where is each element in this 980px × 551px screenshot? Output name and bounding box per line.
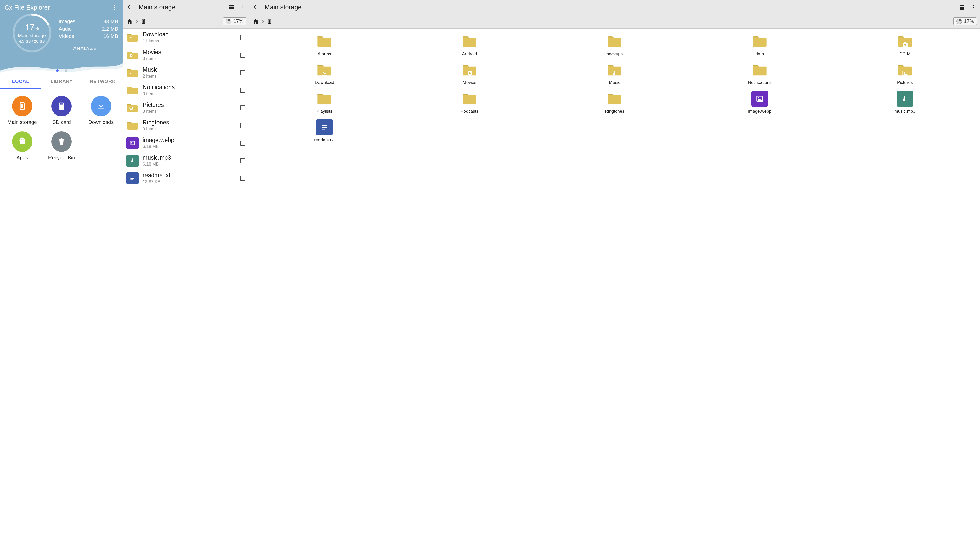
dashboard-header: Cx File Explorer ⋮ 17% Main storage 4.5 … bbox=[0, 0, 123, 75]
list-header: Main storage ⋮ bbox=[123, 0, 249, 14]
svg-rect-32 bbox=[959, 8, 961, 10]
grid-item[interactable]: Playlists bbox=[253, 91, 396, 114]
location-recycle bin[interactable]: Recycle Bin bbox=[42, 131, 81, 161]
grid-item[interactable]: image.webp bbox=[688, 91, 832, 114]
list-item[interactable]: Music2 items bbox=[123, 64, 249, 81]
trash-icon bbox=[51, 131, 72, 152]
grid-item[interactable]: backups bbox=[543, 33, 686, 57]
svg-rect-5 bbox=[62, 103, 62, 105]
file-list: Download11 items Movies3 items Music2 it… bbox=[123, 29, 249, 551]
svg-rect-33 bbox=[961, 8, 963, 10]
app-title: Cx File Explorer bbox=[5, 4, 50, 11]
image-file-icon bbox=[751, 91, 768, 107]
storage-pill[interactable]: 17% bbox=[223, 17, 246, 25]
grid-item[interactable]: Music bbox=[543, 62, 686, 85]
list-item[interactable]: Download11 items bbox=[123, 29, 249, 46]
grid-item[interactable]: Pictures bbox=[833, 62, 977, 85]
folder-icon bbox=[126, 102, 138, 114]
checkbox[interactable] bbox=[240, 158, 245, 163]
stat-row: Audio2.2 MB bbox=[59, 25, 118, 33]
back-icon[interactable] bbox=[126, 3, 134, 11]
tab-network[interactable]: NETWORK bbox=[82, 75, 123, 89]
page-indicator bbox=[0, 69, 123, 72]
back-icon[interactable] bbox=[252, 3, 259, 11]
gauge-sub: 4.5 GB / 26 GB bbox=[19, 39, 45, 43]
grid-item[interactable]: music.mp3 bbox=[833, 91, 977, 114]
grid-item[interactable]: DCIM bbox=[833, 33, 977, 57]
folder-icon bbox=[126, 119, 138, 132]
sd-icon bbox=[51, 96, 72, 116]
grid-item[interactable]: data bbox=[688, 33, 832, 57]
grid-item[interactable]: Alarms bbox=[253, 33, 396, 57]
overflow-menu-icon[interactable]: ⋮ bbox=[970, 3, 977, 11]
svg-rect-13 bbox=[231, 6, 234, 8]
list-item[interactable]: Movies3 items bbox=[123, 46, 249, 64]
svg-rect-10 bbox=[229, 5, 230, 6]
grid-item[interactable]: Podcasts bbox=[398, 91, 541, 114]
folder-icon bbox=[897, 33, 913, 49]
list-item[interactable]: music.mp36.18 MB bbox=[123, 152, 249, 169]
folder-icon bbox=[461, 91, 478, 107]
folder-icon bbox=[461, 62, 478, 78]
stat-row: Images33 MB bbox=[59, 18, 118, 25]
checkbox[interactable] bbox=[240, 88, 245, 93]
wave-decoration bbox=[0, 58, 123, 75]
list-item[interactable]: Notifications0 items bbox=[123, 81, 249, 99]
svg-rect-17 bbox=[143, 20, 145, 23]
svg-rect-44 bbox=[322, 127, 327, 128]
lines-file-icon bbox=[316, 119, 333, 135]
view-grid-icon[interactable] bbox=[958, 3, 966, 11]
pie-icon bbox=[956, 19, 962, 24]
svg-rect-7 bbox=[20, 140, 25, 144]
folder-icon bbox=[126, 84, 138, 97]
checkbox[interactable] bbox=[240, 123, 245, 128]
file-grid: Alarms Android backups data DCIM Downloa… bbox=[249, 29, 980, 551]
svg-rect-23 bbox=[130, 176, 134, 177]
svg-rect-24 bbox=[130, 178, 134, 178]
grid-item[interactable]: readme.txt bbox=[253, 119, 396, 143]
breadcrumb: › 17% bbox=[249, 14, 980, 29]
grid-item[interactable]: Notifica­tions bbox=[688, 62, 832, 85]
tab-local[interactable]: LOCAL bbox=[0, 75, 41, 89]
download-icon bbox=[91, 96, 111, 116]
checkbox[interactable] bbox=[240, 141, 245, 146]
folder-icon bbox=[461, 33, 478, 49]
folder-icon bbox=[606, 62, 623, 78]
home-icon[interactable] bbox=[252, 18, 259, 25]
checkbox[interactable] bbox=[240, 35, 245, 40]
checkbox[interactable] bbox=[240, 52, 245, 58]
grid-item[interactable]: Android bbox=[398, 33, 541, 57]
device-icon[interactable] bbox=[141, 18, 146, 25]
analyze-button[interactable]: ANALYZE bbox=[59, 44, 111, 53]
grid-item[interactable]: Download bbox=[253, 62, 396, 85]
device-icon[interactable] bbox=[267, 18, 272, 25]
location-sd card[interactable]: SD card bbox=[42, 96, 81, 125]
folder-icon bbox=[316, 91, 333, 107]
tab-library[interactable]: LIBRARY bbox=[41, 75, 82, 89]
folder-icon bbox=[126, 32, 138, 44]
view-list-icon[interactable] bbox=[228, 3, 235, 11]
list-item[interactable]: readme.txt12.87 KB bbox=[123, 169, 249, 187]
svg-rect-3 bbox=[21, 104, 24, 108]
overflow-menu-icon[interactable]: ⋮ bbox=[110, 3, 119, 11]
storage-pill[interactable]: 17% bbox=[953, 17, 977, 25]
folder-icon bbox=[606, 33, 623, 49]
checkbox[interactable] bbox=[240, 105, 245, 110]
list-item[interactable]: Ringtones0 items bbox=[123, 117, 249, 134]
list-item[interactable]: image.webp6.18 MB bbox=[123, 134, 249, 152]
home-icon[interactable] bbox=[126, 18, 133, 25]
page-dot[interactable] bbox=[56, 69, 59, 72]
checkbox[interactable] bbox=[240, 176, 245, 181]
overflow-menu-icon[interactable]: ⋮ bbox=[239, 3, 247, 11]
list-item[interactable]: Pictures8 items bbox=[123, 99, 249, 117]
page-dot[interactable] bbox=[65, 69, 67, 72]
svg-rect-45 bbox=[322, 129, 325, 130]
location-apps[interactable]: Apps bbox=[3, 131, 42, 161]
grid-item[interactable]: Movies bbox=[398, 62, 541, 85]
grid-pane: Main storage ⋮ › 17% Alarms Android back… bbox=[249, 0, 980, 551]
location-main storage[interactable]: Main storage bbox=[3, 96, 42, 125]
checkbox[interactable] bbox=[240, 70, 245, 75]
storage-gauge[interactable]: 17% Main storage 4.5 GB / 26 GB bbox=[11, 12, 52, 54]
location-downloads[interactable]: Downloads bbox=[81, 96, 121, 125]
grid-item[interactable]: Ringtones bbox=[543, 91, 686, 114]
